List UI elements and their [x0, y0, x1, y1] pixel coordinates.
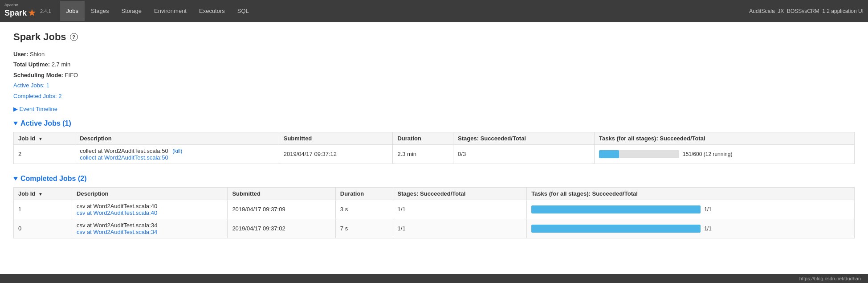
- user-label: User:: [13, 51, 28, 57]
- apache-label: Apache: [4, 3, 37, 7]
- completed-jobs-table: Job Id ▼ Description Submitted Duration …: [13, 187, 855, 238]
- active-job-bar-wrap-0: [599, 150, 679, 158]
- user-info: User: Shion: [13, 49, 855, 59]
- completed-jobs-header-row: Job Id ▼ Description Submitted Duration …: [14, 187, 855, 200]
- completed-job-row-0: 1 csv at Word2AuditTest.scala:40 csv at …: [14, 200, 855, 219]
- completed-jobs-thead: Job Id ▼ Description Submitted Duration …: [14, 187, 855, 200]
- active-jobs-table: Job Id ▼ Description Submitted Duration …: [13, 132, 855, 164]
- scheduling-label: Scheduling Mode:: [13, 72, 63, 78]
- th-tasks-completed: Tasks (for all stages): Succeeded/Total: [527, 187, 855, 200]
- scheduling-value: FIFO: [65, 72, 78, 78]
- active-job-stages-0: 0/3: [453, 144, 595, 164]
- meta-info: User: Shion Total Uptime: 2.7 min Schedu…: [13, 49, 855, 101]
- uptime-value: 2.7 min: [52, 61, 71, 68]
- completed-job-submitted-1: 2019/04/17 09:37:02: [228, 219, 335, 238]
- page-title: Spark Jobs ?: [13, 31, 855, 43]
- th-tasks-active: Tasks (for all stages): Succeeded/Total: [595, 132, 855, 144]
- completed-job-tasks-0: 1/1: [527, 200, 855, 219]
- active-job-task-label-0: 151/600 (12 running): [683, 151, 732, 157]
- completed-job-desc-link-0[interactable]: csv at Word2AuditTest.scala:40: [77, 209, 157, 216]
- spark-label: Spark: [4, 8, 27, 18]
- active-jobs-header-row: Job Id ▼ Description Submitted Duration …: [14, 132, 855, 144]
- completed-job-bar-wrap-0: [531, 205, 701, 213]
- active-job-duration-0: 2.3 min: [393, 144, 453, 164]
- active-job-desc-main-0: collect at Word2AuditTest.scala:50 (kill…: [80, 148, 274, 154]
- navbar: Apache Spark ★ 2.4.1 Jobs Stages Storage…: [0, 0, 868, 22]
- nav-environment[interactable]: Environment: [148, 1, 193, 21]
- active-jobs-section-header[interactable]: Active Jobs (1): [13, 119, 855, 127]
- active-jobs-link[interactable]: Active Jobs: 1: [13, 82, 49, 89]
- completed-jobs-tbody: 1 csv at Word2AuditTest.scala:40 csv at …: [14, 200, 855, 238]
- completed-job-bar-fill-0: [531, 205, 701, 213]
- kill-link-0[interactable]: (kill): [172, 148, 182, 154]
- user-value: Shion: [30, 51, 45, 57]
- completed-job-tasks-1: 1/1: [527, 219, 855, 238]
- uptime-label: Total Uptime:: [13, 61, 50, 68]
- completed-job-progress-1: 1/1: [531, 225, 850, 233]
- th-job-id-completed[interactable]: Job Id ▼: [14, 187, 72, 200]
- active-job-id-0: 2: [14, 144, 75, 164]
- nav-sql[interactable]: SQL: [231, 1, 255, 21]
- nav-jobs[interactable]: Jobs: [60, 1, 85, 21]
- active-job-progress-0: 151/600 (12 running): [599, 150, 850, 158]
- spark-version: 2.4.1: [40, 8, 51, 14]
- nav-links: Jobs Stages Storage Environment Executor…: [60, 1, 255, 21]
- active-job-tasks-0: 151/600 (12 running): [595, 144, 855, 164]
- uptime-info: Total Uptime: 2.7 min: [13, 59, 855, 70]
- event-timeline[interactable]: ▶ Event Timeline: [13, 106, 855, 112]
- completed-jobs-link-wrap: Completed Jobs: 2: [13, 91, 855, 101]
- help-icon[interactable]: ?: [70, 33, 78, 41]
- th-job-id-active[interactable]: Job Id ▼: [14, 132, 75, 144]
- th-stages-active: Stages: Succeeded/Total: [453, 132, 595, 144]
- completed-jobs-title: Completed Jobs (2): [20, 175, 86, 183]
- active-job-bar-fill-0: [599, 150, 619, 158]
- completed-job-progress-0: 1/1: [531, 205, 850, 213]
- active-jobs-title: Active Jobs (1): [20, 119, 71, 127]
- app-name: AuditScala_JX_BOSSvsCRM_1.2 application …: [749, 8, 864, 14]
- active-jobs-tbody: 2 collect at Word2AuditTest.scala:50 (ki…: [14, 144, 855, 164]
- completed-job-bar-fill-1: [531, 225, 701, 233]
- sort-icon-active: ▼: [38, 136, 43, 141]
- spark-star-icon: ★: [28, 7, 37, 19]
- nav-storage[interactable]: Storage: [115, 1, 148, 21]
- active-job-submitted-0: 2019/04/17 09:37:12: [279, 144, 393, 164]
- completed-job-desc-1: csv at Word2AuditTest.scala:34 csv at Wo…: [72, 219, 228, 238]
- th-duration-active: Duration: [393, 132, 453, 144]
- completed-job-id-0: 1: [14, 200, 72, 219]
- completed-jobs-collapse-icon: [13, 177, 18, 180]
- completed-job-task-label-0: 1/1: [704, 206, 712, 213]
- completed-job-row-1: 0 csv at Word2AuditTest.scala:34 csv at …: [14, 219, 855, 238]
- completed-job-id-1: 0: [14, 219, 72, 238]
- completed-job-duration-1: 7 s: [335, 219, 393, 238]
- active-job-row-0: 2 collect at Word2AuditTest.scala:50 (ki…: [14, 144, 855, 164]
- completed-job-desc-main-1: csv at Word2AuditTest.scala:34: [77, 222, 223, 229]
- completed-job-desc-main-0: csv at Word2AuditTest.scala:40: [77, 203, 223, 209]
- completed-job-bar-wrap-1: [531, 225, 701, 233]
- th-desc-active: Description: [75, 132, 279, 144]
- completed-jobs-link[interactable]: Completed Jobs: 2: [13, 93, 61, 99]
- spark-logo-text: Apache Spark ★: [4, 3, 37, 19]
- completed-job-stages-0: 1/1: [393, 200, 527, 219]
- completed-jobs-section-header[interactable]: Completed Jobs (2): [13, 175, 855, 183]
- completed-job-desc-0: csv at Word2AuditTest.scala:40 csv at Wo…: [72, 200, 228, 219]
- th-submitted-completed: Submitted: [228, 187, 335, 200]
- th-duration-completed: Duration: [335, 187, 393, 200]
- th-stages-completed: Stages: Succeeded/Total: [393, 187, 527, 200]
- page-title-text: Spark Jobs: [13, 31, 66, 43]
- active-jobs-thead: Job Id ▼ Description Submitted Duration …: [14, 132, 855, 144]
- active-jobs-collapse-icon: [13, 122, 18, 125]
- nav-stages[interactable]: Stages: [85, 1, 115, 21]
- completed-job-task-label-1: 1/1: [704, 226, 712, 232]
- th-submitted-active: Submitted: [279, 132, 393, 144]
- scheduling-info: Scheduling Mode: FIFO: [13, 70, 855, 80]
- active-job-desc-link-0[interactable]: collect at Word2AuditTest.scala:50: [80, 154, 168, 161]
- nav-executors[interactable]: Executors: [193, 1, 231, 21]
- spark-brand: Apache Spark ★ 2.4.1: [4, 3, 51, 19]
- active-jobs-link-wrap: Active Jobs: 1: [13, 80, 855, 90]
- sort-icon-completed: ▼: [38, 192, 43, 197]
- completed-job-duration-0: 3 s: [335, 200, 393, 219]
- completed-job-stages-1: 1/1: [393, 219, 527, 238]
- main-content: Spark Jobs ? User: Shion Total Uptime: 2…: [0, 22, 868, 258]
- completed-job-desc-link-1[interactable]: csv at Word2AuditTest.scala:34: [77, 229, 157, 235]
- active-job-desc-0: collect at Word2AuditTest.scala:50 (kill…: [75, 144, 279, 164]
